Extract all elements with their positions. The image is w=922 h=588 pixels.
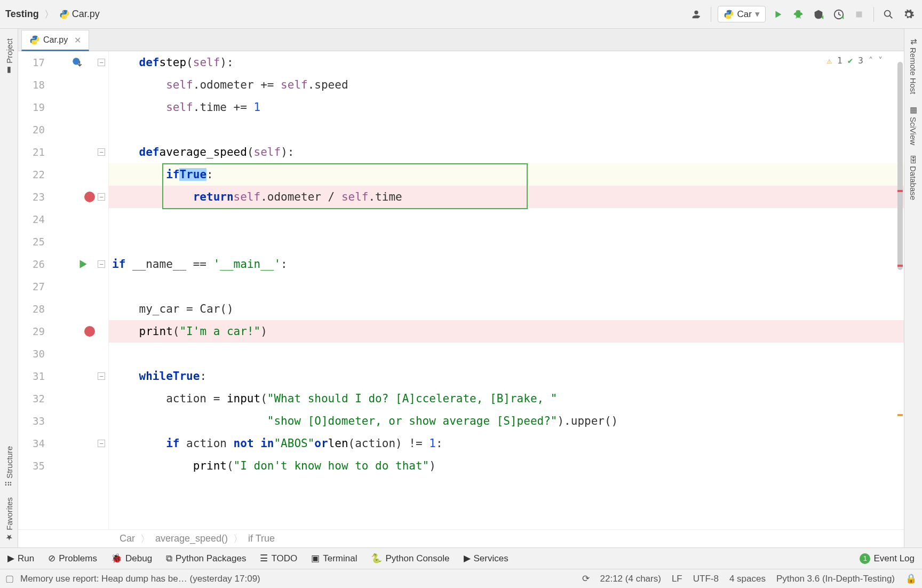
code-line[interactable]: print("I don't know how to do that") [109,455,904,477]
remote-tool-label: Remote Host [909,47,918,94]
gutter-row[interactable]: 31− [18,365,108,387]
chevron-down-icon[interactable]: ˅ [878,55,883,66]
gutter-row[interactable]: 26− [18,253,108,275]
code-line[interactable]: "show [O]dometer, or show average [S]pee… [109,410,904,432]
settings-button[interactable] [901,6,917,22]
lock-icon[interactable]: 🔒 [905,573,917,584]
editor-body[interactable]: 17−18192021−2223−242526−2728293031−32333… [18,51,904,529]
gutter-row[interactable]: 23− [18,186,108,208]
fold-icon[interactable]: − [98,440,105,447]
code-line[interactable]: if action not in "ABOS" or len(action) !… [109,432,904,455]
gutter-row[interactable]: 24 [18,208,108,231]
crumb-item[interactable]: if True [248,533,275,544]
gutter-row[interactable]: 20 [18,118,108,141]
code-line[interactable]: if True: [109,163,904,186]
code-line[interactable]: self.odometer += self.speed [109,74,904,96]
code-line[interactable]: if __name__ == '__main__': [109,253,904,275]
inspections-widget[interactable]: ⚠ 1 ✔ 3 ˄ ˅ [826,55,883,66]
code-line[interactable]: def average_speed(self): [109,141,904,163]
code-line[interactable]: return self.odometer / self.time [109,186,904,208]
database-tool-button[interactable]: 🗄 Database [909,156,918,200]
gutter-row[interactable]: 25 [18,231,108,253]
sciview-tool-button[interactable]: ▦ SciView [909,105,918,145]
gutter-row[interactable]: 30 [18,343,108,365]
code-line[interactable]: def step(self): [109,51,904,74]
fold-icon[interactable]: − [98,59,105,66]
debug-button[interactable] [790,6,806,22]
console-tool-button[interactable]: 🐍Python Console [371,553,449,564]
svg-point-0 [62,11,63,12]
editor-tab[interactable]: Car.py ✕ [21,30,89,51]
remote-host-tool-button[interactable]: ⇅ Remote Host [909,38,918,94]
gutter-row[interactable]: 21− [18,141,108,163]
crumb-item[interactable]: average_speed() [155,533,228,544]
breakpoint-icon[interactable] [84,326,95,337]
code-line[interactable]: print("I'm a car!") [109,320,904,343]
line-number: 24 [18,213,48,225]
code-line[interactable] [109,118,904,141]
file-encoding[interactable]: UTF-8 [693,574,719,584]
event-log-tool-button[interactable]: 1Event Log [860,553,915,564]
gutter-row[interactable]: 18 [18,74,108,96]
gutter-row[interactable]: 34− [18,432,108,455]
fold-icon[interactable]: − [98,372,105,380]
code-line[interactable]: self.time += 1 [109,96,904,118]
fold-icon[interactable]: − [98,260,105,268]
sync-icon[interactable]: ⟳ [582,573,590,584]
tool-window-icon[interactable]: ▢ [5,573,14,584]
chevron-up-icon[interactable]: ˄ [869,55,873,66]
gutter-row[interactable]: 22 [18,163,108,186]
gutter-row[interactable]: 32 [18,387,108,410]
coverage-button[interactable] [810,6,826,22]
structure-tool-button[interactable]: ⠿ Structure [4,446,14,487]
code-line[interactable] [109,343,904,365]
line-separator[interactable]: LF [672,574,682,584]
project-tool-button[interactable]: ▮ Project [4,38,14,75]
problems-tool-button[interactable]: ⊘Problems [48,553,97,564]
debug-tool-button[interactable]: 🐞Debug [111,553,152,564]
run-button[interactable] [770,6,786,22]
favorites-tool-button[interactable]: ★ Favorites [4,497,14,542]
search-button[interactable] [880,6,896,22]
gutter[interactable]: 17−18192021−2223−242526−2728293031−32333… [18,51,109,529]
indent-config[interactable]: 4 spaces [729,574,766,584]
fold-icon[interactable]: − [98,148,105,156]
gutter-row[interactable]: 28 [18,298,108,320]
user-icon[interactable] [688,6,704,22]
crumb-item[interactable]: Car [120,533,135,544]
gutter-row[interactable]: 27 [18,275,108,298]
cursor-position[interactable]: 22:12 (4 chars) [600,574,661,584]
python-interpreter[interactable]: Python 3.6 (In-Depth-Testing) [776,574,895,584]
fold-icon[interactable]: − [98,193,105,201]
database-icon: 🗄 [909,156,918,164]
svg-point-1 [65,17,66,18]
gutter-row[interactable]: 35 [18,455,108,477]
gutter-row[interactable]: 17− [18,51,108,74]
status-message[interactable]: Memory use report: Heap dump has be… (ye… [20,574,260,584]
run-config-selector[interactable]: Car ▾ [718,6,766,22]
gutter-row[interactable]: 19 [18,96,108,118]
breadcrumb-file[interactable]: Car.py [72,9,100,20]
packages-tool-button[interactable]: ⧉Python Packages [166,553,246,564]
run-tool-button[interactable]: ▶Run [7,553,34,564]
gutter-row[interactable]: 29 [18,320,108,343]
code-line[interactable]: while True: [109,365,904,387]
error-stripe[interactable] [895,51,903,529]
todo-tool-button[interactable]: ☰TODO [260,553,297,564]
profile-button[interactable] [831,6,847,22]
code-line[interactable] [109,208,904,231]
code-line[interactable] [109,231,904,253]
breadcrumb-project[interactable]: Testing [5,9,39,20]
run-gutter-icon[interactable] [77,258,89,270]
override-icon[interactable] [71,57,83,68]
tab-close-icon[interactable]: ✕ [74,35,81,45]
line-number: 27 [18,281,48,292]
code-line[interactable]: my_car = Car() [109,298,904,320]
code-line[interactable] [109,275,904,298]
code-area[interactable]: ⚠ 1 ✔ 3 ˄ ˅ def step(self): self.odomete… [109,51,904,529]
gutter-row[interactable]: 33 [18,410,108,432]
breakpoint-icon[interactable] [84,192,95,202]
services-tool-button[interactable]: ▶Services [464,553,508,564]
code-line[interactable]: action = input("What should I do? [A]cce… [109,387,904,410]
terminal-tool-button[interactable]: ▣Terminal [311,553,357,564]
